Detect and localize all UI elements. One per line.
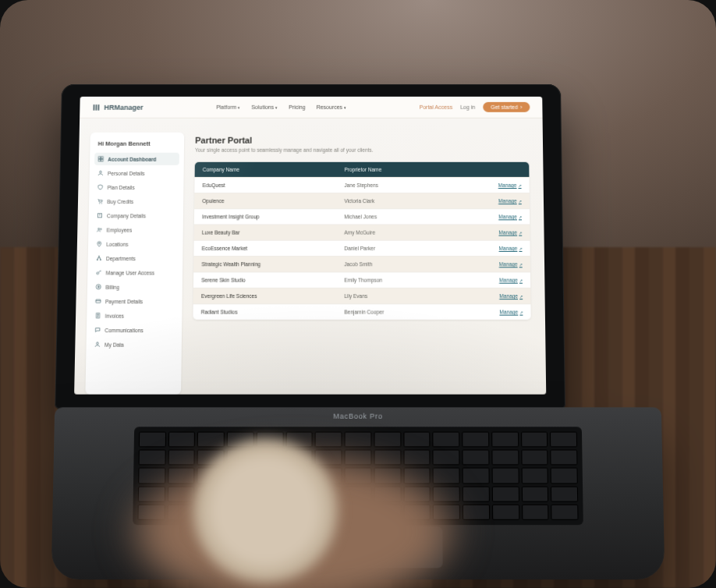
nav-item-resources[interactable]: Resources▾ [317,104,347,110]
sidebar-item-label: Locations [106,241,128,246]
table-row: Radiant StudiosBenjamin CooperManage↗ [193,303,530,320]
sidebar-item-communications[interactable]: Communications [91,324,177,336]
table-row: EcoEssence MarketDaniel ParkerManage↗ [193,240,530,256]
svg-rect-2 [97,104,99,110]
svg-point-9 [101,203,102,204]
cell-company: Luxe Beauty Bar [202,230,344,236]
key-icon [95,269,101,275]
chat-icon [94,327,101,333]
manage-link[interactable]: Manage↗ [499,293,523,299]
sidebar-item-label: Billing [105,284,119,289]
table-row: Serene Skin StudioEmily ThompsonManage↗ [193,271,530,287]
svg-rect-3 [98,157,101,159]
cell-company: Strategic Wealth Planning [201,261,344,267]
svg-rect-10 [98,214,102,218]
nav-item-solutions[interactable]: Solutions▾ [251,104,278,110]
person-icon [97,170,104,176]
chevron-down-icon: ▾ [238,104,240,109]
cell-company: Serene Skin Studio [201,278,344,283]
manage-link[interactable]: Manage↗ [498,198,522,204]
manage-link[interactable]: Manage↗ [498,214,522,219]
cell-owner: Victoria Clark [344,198,468,204]
external-link-icon: ↗ [519,278,523,282]
sidebar-item-label: My Data [105,342,124,347]
sidebar-item-manage-user-access[interactable]: Manage User Access [92,266,178,278]
cell-owner: Emily Thompson [344,278,469,283]
nav-links: Platform▾Solutions▾PricingResources▾ [216,104,346,110]
external-link-icon: ↗ [519,310,523,314]
svg-point-12 [100,228,101,230]
sidebar-item-billing[interactable]: Billing [92,281,178,293]
svg-point-16 [100,259,101,260]
external-link-icon: ↗ [519,214,522,219]
portal-access-link[interactable]: Portal Access [420,104,453,110]
table-row: OpulenceVictoria ClarkManage↗ [194,193,530,208]
sidebar-item-locations[interactable]: Locations [93,238,178,250]
sidebar-item-account-dashboard[interactable]: Account Dashboard [94,153,179,165]
people-icon [96,226,102,232]
svg-rect-5 [98,159,101,161]
sidebar-item-label: Personal Details [108,170,145,175]
sidebar-item-label: Account Dashboard [108,156,156,161]
manage-link[interactable]: Manage↗ [498,230,522,236]
cell-company: Investment Insight Group [202,214,344,219]
svg-point-11 [98,228,100,230]
sidebar-item-employees[interactable]: Employees [93,223,178,236]
col-company: Company Name [203,167,345,172]
brand-logo[interactable]: HRManager [92,103,143,111]
manage-link[interactable]: Manage↗ [499,261,523,267]
get-started-label: Get started [491,104,518,110]
cell-owner: Daniel Parker [344,246,469,251]
sidebar-item-payment-details[interactable]: Payment Details [92,295,178,307]
sidebar-item-label: Plan Details [108,184,135,190]
external-link-icon: ↗ [519,230,522,235]
page-subtitle: Your single access point to seamlessly m… [195,147,529,153]
get-started-button[interactable]: Get started › [483,102,530,112]
cell-owner: Benjamin Cooper [344,309,469,314]
col-proprietor: Proprietor Name [344,167,468,172]
svg-point-15 [97,259,97,260]
invoice-icon [94,313,101,319]
sidebar-item-personal-details[interactable]: Personal Details [94,167,179,179]
clients-table: Company Name Proprietor Name EduQuestJan… [193,162,530,320]
sidebar-greeting: Hi Morgan Bennett [94,139,179,151]
sidebar-item-my-data[interactable]: My Data [91,338,177,350]
login-link[interactable]: Log in [460,104,475,110]
nav-right: Portal Access Log in Get started › [420,102,530,112]
manage-link[interactable]: Manage↗ [499,309,523,314]
top-nav: HRManager Platform▾Solutions▾PricingReso… [80,97,542,119]
svg-rect-0 [94,104,95,110]
external-link-icon: ↗ [519,199,522,204]
manage-link[interactable]: Manage↗ [499,278,523,283]
table-row: Strategic Wealth PlanningJacob SmithMana… [193,256,530,271]
external-link-icon: ↗ [518,182,521,187]
sidebar-item-invoices[interactable]: Invoices [91,309,177,321]
sidebar-item-departments[interactable]: Departments [93,252,179,264]
dashboard-icon [97,156,104,162]
sidebar-item-label: Payment Details [105,299,143,304]
external-link-icon: ↗ [519,246,522,250]
table-row: Luxe Beauty BarAmy McGuireManage↗ [194,224,530,239]
sidebar-item-label: Invoices [105,313,124,318]
table-row: Investment Insight GroupMichael JonesMan… [194,208,530,224]
cell-owner: Jacob Smith [344,261,469,267]
svg-rect-4 [101,157,104,159]
sidebar-item-plan-details[interactable]: Plan Details [94,181,179,193]
sidebar-item-company-details[interactable]: Company Details [94,209,179,221]
sidebar-item-buy-credits[interactable]: Buy Credits [94,195,179,207]
cell-owner: Jane Stephens [344,182,468,188]
external-link-icon: ↗ [519,293,523,298]
table-header: Company Name Proprietor Name [195,162,530,177]
billing-icon [95,284,101,290]
cart-icon [97,198,103,204]
nav-item-pricing[interactable]: Pricing [289,104,305,110]
nav-item-platform[interactable]: Platform▾ [216,104,240,110]
cell-company: EcoEssence Market [202,246,345,251]
person-icon [94,342,101,348]
manage-link[interactable]: Manage↗ [499,246,523,251]
table-row: Evergreen Life SciencesLily EvansManage↗ [193,288,531,303]
svg-point-17 [97,272,99,275]
external-link-icon: ↗ [519,262,523,267]
cell-company: EduQuest [203,182,345,188]
manage-link[interactable]: Manage↗ [498,182,522,188]
